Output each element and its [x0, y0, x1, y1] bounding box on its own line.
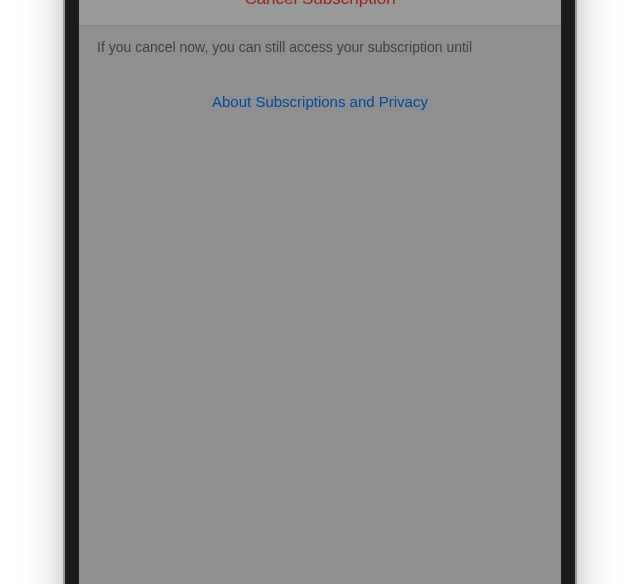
dim-overlay: [79, 0, 561, 584]
phone-frame: Indiv 99 ✓ Indiv 99.00 Stud 4.99: [65, 0, 575, 584]
screen: Indiv 99 ✓ Indiv 99.00 Stud 4.99: [79, 0, 561, 584]
